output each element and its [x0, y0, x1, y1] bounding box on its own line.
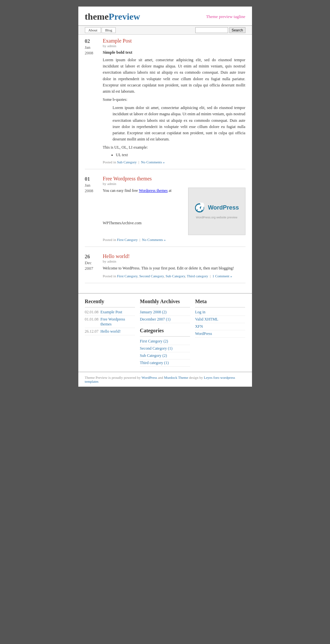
post-2-text: You can easy find free Wordpress themes …: [103, 188, 182, 229]
post-3-footer: Posted in First Category, Second Categor…: [103, 274, 245, 278]
recently-item-3: 26.12.07 Hello world!: [85, 328, 135, 335]
cat-item-2: Second Category (1): [140, 345, 190, 352]
recently-divider: [85, 307, 135, 307]
footer-wp-link[interactable]: WordPress: [142, 376, 157, 379]
post-2: 01 Jan 2008 Free Wordpress themes by adm…: [85, 176, 245, 247]
widget-meta: Meta Log in Valid XHTML XFN WordPress: [195, 299, 245, 367]
post-3-comments[interactable]: 1 Comment »: [212, 274, 232, 278]
post-3-body: Hello world! by admin Welcome to WordPre…: [103, 253, 245, 278]
post-1-body: Example Post by admin Simple bold text L…: [103, 38, 245, 164]
site-nav: About Blog Search: [78, 26, 252, 35]
categories-list: First Category (2) Second Category (1) S…: [140, 338, 190, 367]
post-2-body: Free Wordpress themes by admin You can e…: [103, 176, 245, 242]
page-wrapper: themePreview Theme preview tagline About…: [78, 7, 252, 387]
post-2-footer: Posted in First Category | No Comments »: [103, 238, 245, 242]
recently-list: 02.01.08 Example Post 01.01.08 Free Word…: [85, 309, 135, 335]
ul-item: UL text: [116, 153, 245, 157]
cat-item-1: First Category (2): [140, 338, 190, 345]
nav-links: About Blog: [85, 27, 116, 33]
post-1-list-label: This is UL, OL, LI example:: [103, 145, 245, 150]
post-2-title: Free Wordpress themes: [103, 176, 245, 182]
post-3-date: 26 Dec 2007: [85, 253, 100, 278]
widget-archives-categories: Monthly Archives January 2008 (2) Decemb…: [140, 299, 195, 367]
post-3-cat-1[interactable]: First Category: [117, 274, 138, 278]
categories-divider: [140, 336, 190, 337]
meta-item-4: WordPress: [195, 330, 245, 338]
search-form: Search: [195, 27, 245, 33]
post-1-footer: Posted in Sub Category | No Comments »: [103, 160, 245, 164]
meta-item-1: Log in: [195, 309, 245, 316]
post-1-cat-1[interactable]: Sub Category: [117, 160, 137, 164]
post-3-title: Hello world!: [103, 253, 245, 259]
wp-link[interactable]: Wordpress themes: [139, 188, 168, 193]
post-3-content: Welcome to WordPress. This is your first…: [103, 265, 245, 271]
archives-divider: [140, 307, 190, 307]
widget-recently-title: Recently: [85, 299, 135, 304]
title-plain: theme: [85, 11, 109, 22]
recently-item-2: 01.01.08 Free Wordpress themes: [85, 316, 135, 328]
site-tagline: Theme preview tagline: [206, 14, 245, 19]
post-1-bq-label: Some b-quotes:: [103, 97, 245, 102]
widget-categories-title: Categories: [140, 328, 190, 334]
post-2-comments[interactable]: No Comments »: [142, 238, 165, 242]
archive-item-2: December 2007 (1): [140, 316, 190, 323]
post-3-author: by admin: [103, 259, 245, 263]
post-2-date: 01 Jan 2008: [85, 176, 100, 242]
meta-item-2: Valid XHTML: [195, 316, 245, 323]
recently-item-1: 02.01.08 Example Post: [85, 309, 135, 316]
post-1-content: Lorem ipsum dolor sit amet, consectetur …: [103, 57, 245, 95]
widget-recently: Recently 02.01.08 Example Post 01.01.08 …: [85, 299, 140, 367]
cat-item-3: Sub Category (2): [140, 352, 190, 359]
widget-meta-title: Meta: [195, 299, 245, 304]
meta-item-3: XFN: [195, 323, 245, 330]
post-1-date: 02 Jan 2008: [85, 38, 100, 164]
post-3-cat-4[interactable]: Third category: [187, 274, 208, 278]
title-colored: Preview: [109, 11, 140, 22]
post-1-bold: Simple bold text: [103, 50, 245, 55]
post-3-cat-2[interactable]: Second Category: [139, 274, 164, 278]
nav-blog[interactable]: Blog: [102, 27, 116, 33]
post-1-author: by admin: [103, 44, 245, 48]
footer-murdock-link[interactable]: Murdock Theme: [164, 376, 188, 379]
site-header: themePreview Theme preview tagline: [78, 7, 252, 26]
post-1-lists: UL text: [109, 153, 245, 157]
wp-screenshot: WordPress WordPress.org website preview: [188, 188, 245, 235]
meta-divider: [195, 307, 245, 307]
post-3-cat-3[interactable]: Sub Category: [165, 274, 185, 278]
search-button[interactable]: Search: [229, 27, 245, 33]
site-footer: Theme Preview is proudly powered by Word…: [78, 372, 252, 387]
post-2-site: WPThemesArchive.com: [103, 220, 182, 226]
post-1-title: Example Post: [103, 38, 245, 44]
nav-about[interactable]: About: [85, 27, 101, 33]
post-3: 26 Dec 2007 Hello world! by admin Welcom…: [85, 253, 245, 283]
post-2-content-area: You can easy find free Wordpress themes …: [103, 188, 245, 235]
cat-item-4: Third category (1): [140, 359, 190, 367]
post-2-cat-1[interactable]: First Category: [117, 238, 138, 242]
site-title: themePreview: [85, 11, 140, 22]
post-2-author: by admin: [103, 182, 245, 186]
post-1: 02 Jan 2008 Example Post by admin Simple…: [85, 38, 245, 169]
search-input[interactable]: [195, 27, 228, 33]
post-1-blockquote: Lorem ipsum dolor sit amet, consectetur …: [113, 105, 245, 142]
archives-list: January 2008 (2) December 2007 (1): [140, 309, 190, 323]
meta-list: Log in Valid XHTML XFN WordPress: [195, 309, 245, 338]
widget-archives-title: Monthly Archives: [140, 299, 190, 304]
post-1-comments[interactable]: No Comments »: [141, 160, 165, 164]
main-content: 02 Jan 2008 Example Post by admin Simple…: [78, 35, 252, 293]
archive-item-1: January 2008 (2): [140, 309, 190, 316]
widgets-area: Recently 02.01.08 Example Post 01.01.08 …: [78, 293, 252, 372]
